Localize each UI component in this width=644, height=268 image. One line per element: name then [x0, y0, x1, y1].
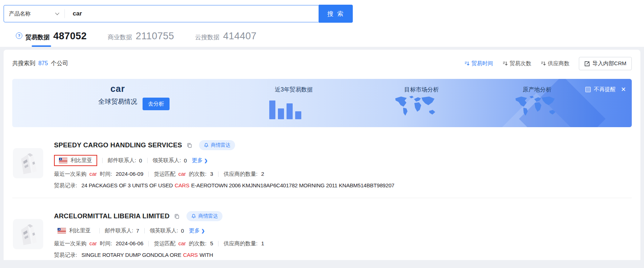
supplier-count: 供应商的数量: 2	[224, 171, 264, 178]
company-result-body: ARCELORMITTAL LIBERIA LIMITED 商情雷达 利比里亚 …	[54, 211, 264, 259]
search-category-dropdown[interactable]: 产品名称	[4, 10, 64, 17]
analyze-button[interactable]: 去分析	[143, 98, 170, 110]
radar-badge[interactable]: 商情雷达	[186, 211, 222, 221]
tab-cloud-search-data[interactable]: 云搜数据 414407	[195, 31, 257, 42]
supplier-count-label: 供应商的数量:	[224, 240, 257, 246]
search-input[interactable]	[65, 10, 319, 17]
freight-label-pre: 货运匹配	[154, 171, 175, 177]
sort-label: 贸易次数	[510, 60, 531, 67]
purchase-time: 最近一次采购 car 时间: 2024-06-06	[54, 240, 143, 247]
copy-icon[interactable]	[174, 213, 180, 219]
freight-count-value: 5	[210, 240, 213, 246]
company-name[interactable]: ARCELORMITTAL LIBERIA LIMITED	[54, 212, 170, 220]
country-tag: 利比里亚	[54, 226, 94, 236]
supplier-count-value: 1	[261, 240, 264, 246]
freight-count-value: 3	[210, 171, 213, 177]
sort-by-supplier-count[interactable]: 供应商数	[541, 60, 569, 67]
tab-trade-data[interactable]: ? 贸易数据 487052	[16, 31, 87, 42]
company-thumbnail[interactable]	[13, 148, 43, 178]
question-circle-icon[interactable]: ?	[16, 32, 22, 39]
tab-label: 商业数据	[108, 33, 132, 41]
country-name: 利比里亚	[71, 157, 92, 164]
email-contacts-value: 7	[136, 228, 139, 234]
company-result-row: SPEEDY CARGO HANDLING SERVICES 商情雷达 利比里亚…	[12, 127, 632, 198]
record-post: E-AEROTOWN 2006 KMJNN18AP6C401782 MORNIN…	[191, 182, 394, 188]
world-map-icon	[513, 95, 559, 119]
linkedin-contacts-value: 0	[184, 157, 187, 164]
country-tag-highlighted: 利比里亚	[54, 155, 97, 166]
search-button[interactable]: 搜 索	[319, 5, 353, 23]
sort-by-trade-time[interactable]: 贸易时间	[464, 60, 493, 67]
email-contacts-label: 邮件联系人:	[108, 157, 136, 164]
tab-count: 414407	[223, 31, 257, 42]
dismiss-checkbox[interactable]	[585, 87, 591, 92]
email-contacts-value: 0	[139, 157, 142, 164]
trade-record: 贸易记录: SINGLE ROTARY DUMP GONDOLA ORECARS…	[54, 252, 264, 259]
chevron-right-icon: ❯	[204, 158, 208, 163]
linkedin-contacts: 领英联系人: 0	[150, 227, 184, 234]
building-icon	[18, 152, 39, 174]
liberia-flag-icon	[58, 228, 66, 233]
import-icon	[584, 61, 590, 67]
purchase-label-post: 时间:	[100, 171, 112, 177]
sort-descending-icon	[503, 61, 508, 66]
company-name[interactable]: SPEEDY CARGO HANDLING SERVICES	[54, 141, 182, 149]
banner-origin-label: 原产地分析	[515, 86, 559, 94]
keyword-highlight: car	[89, 171, 97, 177]
building-icon	[18, 223, 39, 245]
search-row: 产品名称 搜 索	[4, 5, 644, 23]
email-contacts: 邮件联系人: 0	[108, 157, 142, 164]
radar-badge-label: 商情雷达	[211, 142, 230, 148]
freight-match-count: 货运匹配 car 的次数: 5	[154, 240, 213, 247]
keyword-highlight: car	[89, 240, 97, 246]
banner-market-label: 目标市场分析	[395, 86, 449, 94]
purchase-date-value: 2024-06-06	[116, 240, 144, 246]
sort-label: 贸易时间	[472, 60, 493, 67]
chevron-right-icon: ❯	[201, 228, 205, 233]
country-name: 利比里亚	[69, 227, 91, 234]
freight-match-count: 货运匹配 car 的次数: 3	[154, 171, 213, 178]
company-result-row: ARCELORMITTAL LIBERIA LIMITED 商情雷达 利比里亚 …	[12, 198, 632, 267]
trade-record-label: 贸易记录:	[54, 252, 77, 258]
linkedin-contacts-label: 领英联系人:	[153, 157, 181, 164]
more-label: 更多	[192, 157, 203, 164]
copy-icon[interactable]	[186, 142, 193, 148]
search-category-label: 产品名称	[9, 10, 31, 17]
separator	[99, 228, 100, 233]
banner-product-name: car	[94, 84, 141, 94]
more-link[interactable]: 更多 ❯	[189, 227, 205, 234]
record-post: WITH	[199, 252, 213, 258]
results-controls: 贸易时间 贸易次数 供应商数 导入内部CRM	[464, 57, 632, 70]
banner-dismiss: 不再提醒 ✕	[585, 86, 626, 93]
sort-by-trade-count[interactable]: 贸易次数	[503, 60, 531, 67]
trade-record-label: 贸易记录:	[54, 182, 77, 188]
purchase-label-pre: 最近一次采购	[54, 240, 86, 246]
radar-bell-icon	[191, 214, 196, 219]
freight-label-post: 的次数:	[189, 171, 206, 177]
dismiss-label: 不再提醒	[594, 86, 616, 93]
radar-bell-icon	[204, 143, 209, 148]
separator	[218, 171, 219, 177]
radar-badge[interactable]: 商情雷达	[199, 140, 235, 150]
record-keyword: CARS	[175, 182, 189, 188]
results-header: 共搜索到 875 个公司 贸易时间 贸易次数 供应商数 导入内部CRM	[12, 57, 632, 70]
tab-label: 贸易数据	[25, 33, 50, 41]
banner-product-block: car 全球贸易情况	[94, 84, 141, 106]
radar-badge-label: 商情雷达	[198, 213, 218, 219]
import-crm-button[interactable]: 导入内部CRM	[579, 57, 632, 70]
more-link[interactable]: 更多 ❯	[192, 157, 208, 164]
sort-label: 供应商数	[548, 60, 569, 67]
freight-label-pre: 货运匹配	[154, 240, 175, 246]
supplier-count-value: 2	[261, 171, 264, 177]
tab-count: 2110755	[136, 31, 174, 42]
tab-business-data[interactable]: 商业数据 2110755	[108, 31, 174, 42]
purchase-label-pre: 最近一次采购	[54, 171, 86, 177]
trade-record-text: SINGLE ROTARY DUMP GONDOLA ORECARSWITH	[81, 252, 213, 258]
close-icon[interactable]: ✕	[621, 86, 626, 93]
top-header: 产品名称 搜 索 ? 贸易数据 487052 商业数据 2110755 云搜数据…	[0, 0, 644, 47]
separator	[148, 171, 149, 177]
purchase-time: 最近一次采购 car 时间: 2024-06-09	[54, 171, 143, 178]
liberia-flag-icon	[59, 158, 67, 163]
separator	[102, 158, 103, 163]
company-thumbnail[interactable]	[13, 219, 43, 249]
